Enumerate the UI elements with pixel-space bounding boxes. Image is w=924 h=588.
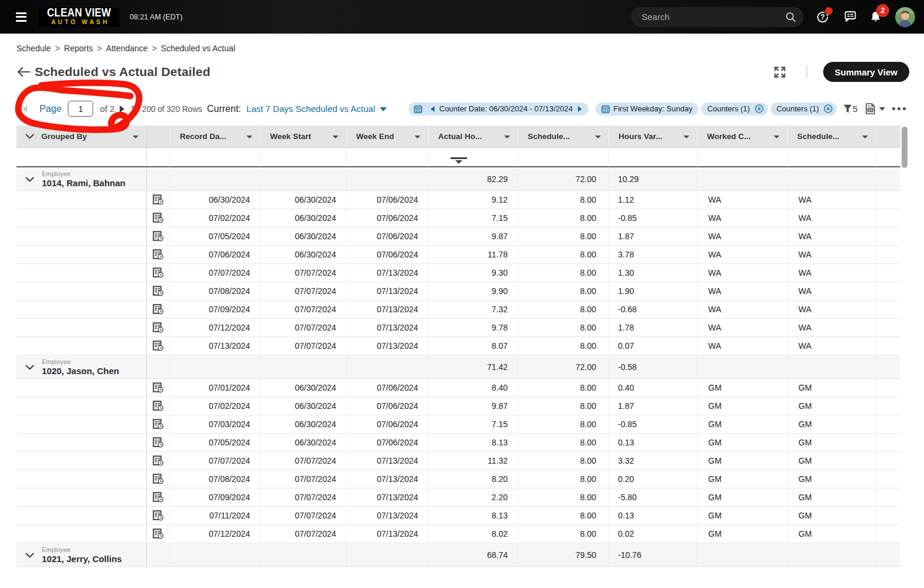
collapse-all-chevron-icon[interactable]	[25, 132, 34, 141]
filter-cell[interactable]	[261, 148, 347, 167]
actual-hours: 8.13	[429, 434, 518, 452]
group-actual-hours: 82.29	[429, 167, 518, 191]
timesheet-icon[interactable]	[153, 213, 164, 222]
timesheet-icon[interactable]	[153, 437, 164, 447]
week-start: 06/30/2024	[261, 434, 347, 452]
column-menu-icon[interactable]	[774, 136, 780, 138]
timesheet-icon[interactable]	[153, 382, 164, 392]
empty-cell	[876, 415, 900, 434]
summary-view-button[interactable]: Summary View	[823, 62, 909, 82]
timesheet-icon[interactable]	[153, 474, 164, 483]
filter-cell[interactable]	[429, 148, 518, 167]
back-arrow-icon[interactable]	[17, 65, 31, 79]
breadcrumb-reports[interactable]: Reports	[64, 44, 93, 53]
hours-variance: 1.87	[609, 397, 698, 415]
vertical-scrollbar[interactable]	[900, 125, 909, 569]
week-end: 07/13/2024	[347, 319, 429, 337]
search-bar[interactable]	[631, 7, 804, 27]
scheduled-hours: 8.00	[518, 246, 609, 264]
column-menu-icon[interactable]	[595, 136, 601, 138]
scrollbar-thumb[interactable]	[902, 127, 907, 168]
remove-filter-icon[interactable]	[755, 104, 764, 113]
filter-cell[interactable]	[788, 148, 876, 167]
export-document-icon[interactable]	[866, 103, 885, 114]
actual-hours: 9.90	[429, 282, 518, 300]
help-icon[interactable]: ?	[815, 9, 830, 25]
filter-cell[interactable]	[347, 148, 429, 167]
column-menu-icon[interactable]	[333, 136, 338, 138]
group-expand-chevron-icon[interactable]	[25, 174, 34, 184]
search-icon[interactable]	[785, 11, 797, 23]
actual-hours-filter-icon[interactable]	[451, 157, 467, 164]
user-avatar[interactable]	[895, 7, 915, 27]
column-header-worked-cc[interactable]: Worked C...	[698, 125, 788, 148]
column-header-actual-hours[interactable]: Actual Ho...	[429, 125, 518, 148]
column-menu-icon[interactable]	[415, 136, 420, 138]
timesheet-icon[interactable]	[153, 401, 164, 410]
scheduled-cost-center: GM	[788, 397, 876, 415]
company-logo[interactable]: CLEAN VIEW AUTO WASH	[39, 8, 119, 27]
filter-icon[interactable]: 5	[843, 104, 857, 114]
timesheet-icon[interactable]	[153, 510, 164, 520]
column-header-scheduled-cc[interactable]: Schedule...	[788, 125, 876, 148]
filter-cell[interactable]	[609, 148, 698, 167]
column-header-scheduled-hours[interactable]: Schedule...	[518, 125, 609, 148]
next-page-icon[interactable]	[120, 105, 124, 113]
column-menu-icon[interactable]	[683, 136, 689, 138]
breadcrumb-attendance[interactable]: Attendance	[106, 44, 148, 53]
column-header-hours-variance[interactable]: Hours Var...	[609, 125, 698, 148]
page-number-input[interactable]	[68, 101, 93, 117]
timesheet-icon[interactable]	[153, 249, 164, 259]
chat-icon[interactable]	[841, 9, 857, 25]
filter-cell[interactable]	[147, 148, 170, 167]
more-options-icon[interactable]	[892, 107, 906, 110]
column-menu-icon[interactable]	[133, 136, 139, 138]
previous-page-icon[interactable]	[22, 105, 27, 113]
column-menu-icon[interactable]	[246, 136, 252, 138]
group-expand-chevron-icon[interactable]	[25, 550, 34, 560]
counter-date-chip[interactable]: Counter Date: 06/30/2024 - 07/13/2024	[409, 103, 588, 115]
timesheet-icon[interactable]	[153, 322, 164, 332]
timesheet-icon[interactable]	[153, 455, 164, 465]
filter-cell[interactable]	[518, 148, 609, 167]
column-header-grouped-by[interactable]: Grouped By	[17, 125, 147, 148]
filter-cell[interactable]	[170, 148, 261, 167]
filter-cell[interactable]	[17, 148, 147, 167]
column-menu-icon[interactable]	[862, 136, 868, 138]
timesheet-icon[interactable]	[153, 286, 164, 295]
first-weekday-chip[interactable]: First Weekday: Sunday	[596, 103, 698, 115]
notifications-bell-icon[interactable]: 2	[868, 9, 883, 25]
timesheet-icon[interactable]	[153, 492, 164, 501]
column-header-record-date[interactable]: Record Da...	[170, 125, 261, 148]
week-start: 06/30/2024	[261, 379, 347, 397]
timesheet-icon[interactable]	[153, 267, 164, 277]
week-start: 07/07/2024	[261, 507, 347, 525]
filter-cell[interactable]	[698, 148, 788, 167]
group-expand-chevron-icon[interactable]	[25, 362, 34, 372]
current-view-dropdown[interactable]: Last 7 Days Scheduled vs Actual	[246, 104, 387, 114]
breadcrumb-schedule[interactable]: Schedule	[17, 44, 51, 53]
timesheet-icon[interactable]	[153, 304, 164, 313]
week-start: 07/07/2024	[261, 470, 347, 488]
empty-cell	[788, 355, 876, 379]
record-date: 07/11/2024	[170, 507, 261, 525]
previous-date-range-icon[interactable]	[430, 106, 435, 112]
timesheet-icon[interactable]	[153, 419, 164, 428]
timesheet-icon[interactable]	[153, 194, 164, 204]
next-date-range-icon[interactable]	[578, 106, 582, 112]
breadcrumb-scheduled-vs-actual[interactable]: Scheduled vs Actual	[161, 44, 235, 53]
timesheet-icon[interactable]	[153, 341, 164, 350]
timesheet-icon[interactable]	[153, 231, 164, 240]
counters-chip-2[interactable]: Counters (1)	[771, 103, 837, 115]
expand-fullscreen-icon[interactable]	[772, 64, 788, 80]
hamburger-menu-icon[interactable]	[16, 12, 27, 22]
timesheet-icon[interactable]	[153, 528, 164, 538]
search-input[interactable]	[642, 12, 785, 22]
counters-chip-1[interactable]: Counters (1)	[701, 103, 767, 115]
remove-filter-icon[interactable]	[824, 104, 833, 113]
column-menu-icon[interactable]	[504, 136, 510, 138]
empty-cell	[347, 167, 429, 191]
column-header-week-end[interactable]: Week End	[347, 125, 429, 148]
scheduled-cost-center: GM	[788, 434, 876, 452]
column-header-week-start[interactable]: Week Start	[261, 125, 347, 148]
